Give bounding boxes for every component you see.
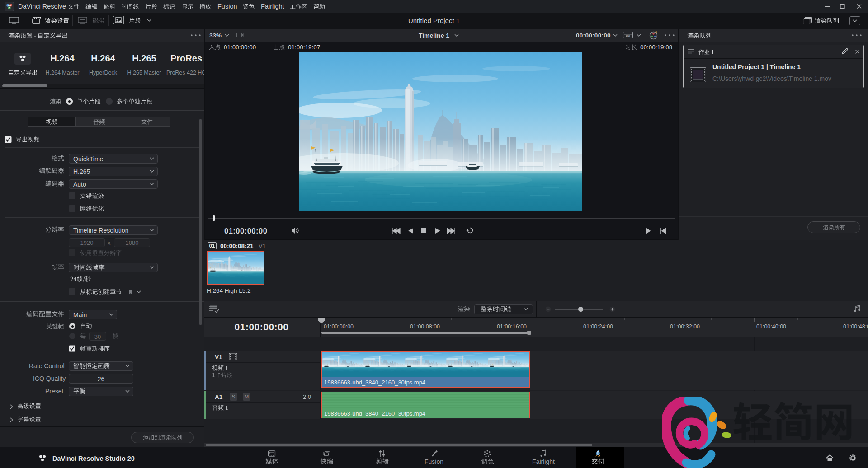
svg-text:HQ: HQ [627,35,630,37]
